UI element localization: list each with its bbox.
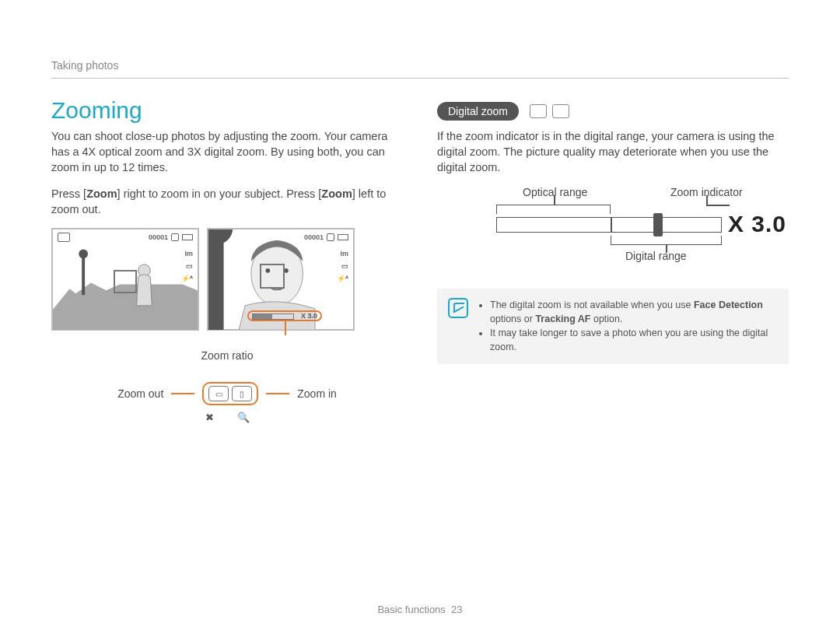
svg-point-1 <box>79 249 88 258</box>
zoom-control-diagram: Zoom out ▭ ▯ Zoom in <box>51 382 403 405</box>
zoom-in-label: Zoom in <box>297 387 337 400</box>
focus-box <box>260 264 285 289</box>
zoom-in-symbol: 🔍 <box>237 412 250 423</box>
breadcrumb: Taking photos <box>51 59 789 79</box>
camera-mode-icon <box>530 104 547 118</box>
left-column: Zooming You can shoot close-up photos by… <box>51 97 403 423</box>
bold-term: Tracking AF <box>535 313 590 324</box>
digital-zoom-desc: If the zoom indicator is in the digital … <box>437 128 789 175</box>
zoom-out-symbol: ✖ <box>205 412 214 423</box>
text-fragment: The digital zoom is not available when y… <box>490 299 694 310</box>
example-screen-wide: 00001 Im ▭ ⚡ᴬ <box>51 228 199 331</box>
scene-mode-icon <box>552 104 569 118</box>
svg-rect-0 <box>82 257 85 295</box>
zoom-ratio-caption: Zoom ratio <box>51 349 403 362</box>
zoom-out-label: Zoom out <box>117 387 163 400</box>
right-column: Digital zoom If the zoom indicator is in… <box>437 97 789 423</box>
zoom-bar-highlight: X 3.0 <box>247 310 322 321</box>
zoom-rocker: ▭ ▯ <box>202 382 258 405</box>
text-fragment: Press [ <box>51 187 86 200</box>
footer-page-number: 23 <box>451 604 462 615</box>
zoom-keyword: Zoom <box>321 187 352 200</box>
digital-range-label: Digital range <box>625 250 687 262</box>
lead-line <box>554 195 555 205</box>
lead-line <box>706 195 708 205</box>
zoom-symbols: ✖ 🔍 <box>51 412 403 423</box>
intro-text: You can shoot close-up photos by adjusti… <box>51 128 403 175</box>
note-icon <box>448 298 468 318</box>
page-footer: Basic functions 23 <box>0 604 840 615</box>
zoom-out-button-icon: ▭ <box>208 386 229 401</box>
section-heading: Zooming <box>51 97 403 124</box>
svg-point-4 <box>208 229 233 245</box>
text-fragment: options or <box>490 313 535 324</box>
zoom-range-diagram: Optical range Zoom indicator X 3.0 Digit… <box>437 186 789 271</box>
lead-line <box>171 393 194 394</box>
focus-box <box>114 270 137 293</box>
example-screen-zoomed: 00001 Im ▭ ⚡ᴬ <box>207 228 355 331</box>
zoom-track <box>496 217 722 233</box>
bracket-optical <box>496 205 611 214</box>
zoom-indicator-knob <box>653 213 663 236</box>
example-screens: 00001 Im ▭ ⚡ᴬ <box>51 228 403 331</box>
range-divider <box>611 217 612 233</box>
zoom-in-button-icon: ▯ <box>232 386 252 401</box>
note-item: It may take longer to save a photo when … <box>490 326 778 354</box>
press-instruction: Press [Zoom] right to zoom in on your su… <box>51 186 403 217</box>
lead-line <box>266 393 289 394</box>
zoom-value: X 3.0 <box>728 211 786 237</box>
zoom-bar-value: X 3.0 <box>301 312 317 320</box>
bracket-digital <box>611 236 722 245</box>
digital-zoom-pill: Digital zoom <box>437 102 519 121</box>
text-fragment: ] right to zoom in on your subject. Pres… <box>117 187 322 200</box>
zoom-keyword: Zoom <box>86 187 117 200</box>
note-box: The digital zoom is not available when y… <box>437 289 789 364</box>
footer-section: Basic functions <box>377 604 445 615</box>
note-item: The digital zoom is not available when y… <box>490 298 778 326</box>
bold-term: Face Detection <box>694 299 763 310</box>
note-list: The digital zoom is not available when y… <box>478 298 778 355</box>
text-fragment: option. <box>590 313 622 324</box>
optical-range-label: Optical range <box>523 186 587 198</box>
